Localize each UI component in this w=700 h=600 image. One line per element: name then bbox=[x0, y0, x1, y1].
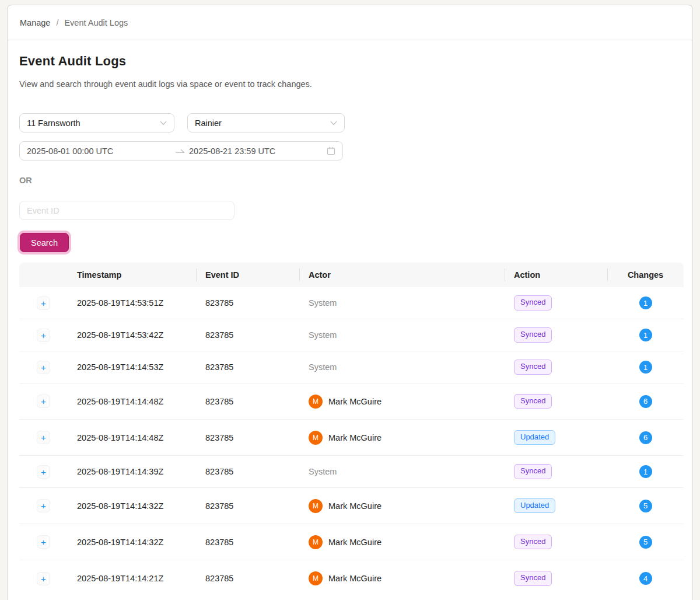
table-row: + 2025-08-19T14:14:32Z 823785 MMark McGu… bbox=[19, 524, 684, 560]
chevron-down-icon bbox=[330, 121, 337, 125]
page-title: Event Audit Logs bbox=[19, 54, 681, 69]
audit-log-table: Timestamp Event ID Actor Action Changes … bbox=[19, 263, 684, 596]
timestamp-cell: 2025-08-19T14:14:48Z bbox=[68, 433, 196, 442]
header-separator bbox=[299, 268, 300, 281]
expand-row-button[interactable]: + bbox=[37, 535, 50, 549]
timestamp-cell: 2025-08-19T14:14:21Z bbox=[68, 574, 196, 583]
actor-name: System bbox=[309, 362, 337, 372]
breadcrumb: Manage / Event Audit Logs bbox=[8, 5, 692, 40]
column-header-timestamp: Timestamp bbox=[68, 270, 196, 280]
column-header-event-id: Event ID bbox=[196, 270, 299, 280]
expand-row-button[interactable]: + bbox=[37, 431, 50, 444]
table-row: + 2025-08-19T14:14:39Z 823785 System Syn… bbox=[19, 456, 684, 488]
avatar: M bbox=[309, 395, 323, 409]
table-row: + 2025-08-19T14:53:42Z 823785 System Syn… bbox=[19, 319, 684, 351]
page-subtitle: View and search through event audit logs… bbox=[19, 79, 681, 89]
expand-row-button[interactable]: + bbox=[37, 329, 50, 342]
plus-icon: + bbox=[41, 574, 46, 583]
action-badge: Synced bbox=[514, 295, 552, 311]
breadcrumb-item-event-audit-logs: Event Audit Logs bbox=[64, 18, 128, 27]
timestamp-cell: 2025-08-19T14:14:39Z bbox=[68, 467, 196, 476]
space-select-value: 11 Farnsworth bbox=[27, 118, 80, 128]
event-id-cell: 823785 bbox=[196, 538, 299, 547]
action-badge: Synced bbox=[514, 535, 552, 550]
timestamp-cell: 2025-08-19T14:14:48Z bbox=[68, 397, 196, 406]
event-id-cell: 823785 bbox=[196, 330, 299, 340]
column-header-changes: Changes bbox=[607, 270, 684, 280]
date-range-start[interactable]: 2025-08-01 00:00 UTC bbox=[27, 146, 172, 156]
date-range-picker[interactable]: 2025-08-01 00:00 UTC 2025-08-21 23:59 UT… bbox=[19, 141, 343, 161]
plus-icon: + bbox=[41, 433, 46, 442]
page-content: Event Audit Logs View and search through… bbox=[8, 54, 692, 596]
swap-right-arrow-icon bbox=[172, 148, 189, 155]
actor-name: System bbox=[309, 298, 337, 308]
changes-count-badge: 4 bbox=[639, 572, 652, 585]
event-select[interactable]: Rainier bbox=[187, 113, 345, 132]
changes-count-badge: 1 bbox=[639, 465, 652, 478]
header-separator bbox=[196, 268, 197, 281]
breadcrumb-separator: / bbox=[56, 18, 58, 27]
avatar: M bbox=[309, 535, 323, 549]
expand-row-button[interactable]: + bbox=[37, 395, 50, 408]
actor-name: Mark McGuire bbox=[328, 538, 382, 547]
event-id-input[interactable] bbox=[19, 201, 235, 220]
changes-count-badge: 6 bbox=[639, 395, 652, 408]
actor: MMark McGuire bbox=[309, 395, 495, 409]
plus-icon: + bbox=[41, 363, 46, 372]
table-row: + 2025-08-19T14:53:51Z 823785 System Syn… bbox=[19, 287, 684, 319]
expand-row-button[interactable]: + bbox=[37, 499, 50, 512]
plus-icon: + bbox=[41, 538, 46, 546]
changes-count-badge: 5 bbox=[639, 536, 652, 549]
event-id-cell: 823785 bbox=[196, 467, 299, 476]
chevron-down-icon bbox=[160, 121, 167, 125]
space-select[interactable]: 11 Farnsworth bbox=[19, 113, 174, 132]
changes-count-badge: 6 bbox=[639, 431, 652, 444]
event-id-cell: 823785 bbox=[196, 433, 299, 442]
actor: MMark McGuire bbox=[309, 535, 495, 549]
expand-row-button[interactable]: + bbox=[37, 572, 50, 585]
changes-count-badge: 1 bbox=[639, 361, 652, 374]
plus-icon: + bbox=[41, 331, 46, 340]
changes-count-badge: 1 bbox=[639, 296, 652, 309]
action-badge: Synced bbox=[514, 464, 552, 479]
search-button[interactable]: Search bbox=[20, 233, 69, 252]
actor: MMark McGuire bbox=[309, 431, 495, 445]
expand-row-button[interactable]: + bbox=[37, 465, 50, 479]
event-id-cell: 823785 bbox=[196, 501, 299, 511]
column-header-actor: Actor bbox=[299, 270, 505, 280]
expand-row-button[interactable]: + bbox=[37, 361, 50, 374]
column-header-action: Action bbox=[505, 270, 607, 280]
timestamp-cell: 2025-08-19T14:14:32Z bbox=[68, 501, 196, 511]
table-row: + 2025-08-19T14:14:32Z 823785 MMark McGu… bbox=[19, 488, 684, 524]
event-id-cell: 823785 bbox=[196, 574, 299, 583]
page-card: Manage / Event Audit Logs Event Audit Lo… bbox=[7, 5, 693, 600]
table-header: Timestamp Event ID Actor Action Changes bbox=[19, 263, 684, 287]
timestamp-cell: 2025-08-19T14:53:51Z bbox=[68, 298, 196, 308]
breadcrumb-item-manage[interactable]: Manage bbox=[20, 18, 50, 27]
changes-count-badge: 1 bbox=[639, 329, 652, 341]
plus-icon: + bbox=[41, 299, 46, 308]
header-separator bbox=[505, 268, 505, 281]
plus-icon: + bbox=[41, 468, 46, 476]
action-badge: Updated bbox=[514, 430, 555, 445]
actor-name: Mark McGuire bbox=[328, 501, 382, 511]
table-row: + 2025-08-19T14:14:21Z 823785 MMark McGu… bbox=[19, 560, 684, 596]
event-select-value: Rainier bbox=[195, 118, 222, 128]
expand-row-button[interactable]: + bbox=[37, 296, 50, 310]
action-badge: Synced bbox=[514, 360, 552, 375]
changes-count-badge: 5 bbox=[639, 500, 652, 512]
actor: MMark McGuire bbox=[309, 499, 495, 513]
date-range-end[interactable]: 2025-08-21 23:59 UTC bbox=[189, 146, 327, 156]
actor-name: System bbox=[309, 330, 337, 340]
plus-icon: + bbox=[41, 501, 46, 510]
event-id-cell: 823785 bbox=[196, 298, 299, 308]
timestamp-cell: 2025-08-19T14:14:53Z bbox=[68, 362, 196, 372]
timestamp-cell: 2025-08-19T14:14:32Z bbox=[68, 538, 196, 547]
plus-icon: + bbox=[41, 397, 46, 406]
action-badge: Synced bbox=[514, 394, 552, 409]
event-id-cell: 823785 bbox=[196, 397, 299, 406]
or-label: OR bbox=[19, 176, 681, 185]
actor-name: Mark McGuire bbox=[328, 397, 382, 406]
actor-name: Mark McGuire bbox=[328, 574, 382, 583]
action-badge: Updated bbox=[514, 498, 555, 514]
